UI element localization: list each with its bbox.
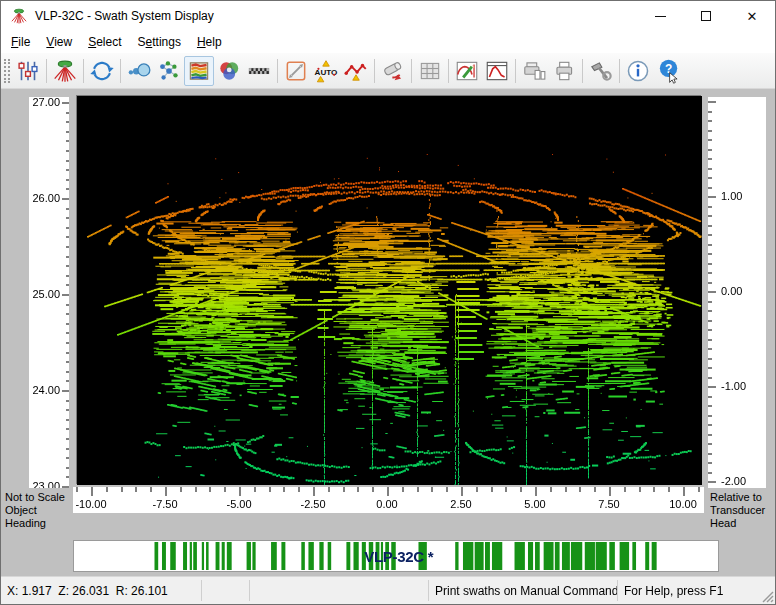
status-panel-1: X: 1.917 Z: 26.031 R: 26.101	[1, 577, 201, 604]
swath-plot-area[interactable]	[76, 95, 701, 484]
toolbar-button-chart-curve-icon[interactable]	[482, 56, 512, 86]
maximize-icon	[701, 11, 711, 21]
status-panel-2	[202, 577, 249, 604]
status-panel-3	[250, 577, 428, 604]
info-icon	[625, 58, 651, 84]
scatter-link-icon	[156, 58, 182, 84]
left-depth-axis	[29, 97, 69, 488]
toolbar-button-print-icon[interactable]	[549, 56, 579, 86]
toolbar-button-info-icon[interactable]	[623, 56, 653, 86]
toolbar-separator	[46, 59, 47, 83]
sensor-name-label: VLP-32C *	[364, 548, 433, 565]
app-spray-icon	[10, 7, 28, 25]
menubar: FileViewSelectSettingsHelp	[1, 31, 775, 53]
display-area: Not to Scale Object Heading Relative to …	[1, 89, 775, 576]
close-button[interactable]: ✕	[729, 1, 775, 31]
menu-settings[interactable]: Settings	[130, 32, 189, 52]
titlebar[interactable]: VLP-32C - Swath System Display ✕	[1, 1, 775, 31]
toolbar-button-expand-range-icon[interactable]	[281, 56, 311, 86]
toolbar: AUTO?	[1, 53, 775, 89]
swath-roll-icon	[380, 58, 406, 84]
menu-select[interactable]: Select	[80, 32, 129, 52]
toolbar-button-scatter-link-icon[interactable]	[154, 56, 184, 86]
grid-icon	[417, 58, 443, 84]
status-panel-4: Print swaths on Manual Command	[429, 577, 617, 604]
toolbar-button-color-wheel-icon[interactable]	[214, 56, 244, 86]
toolbar-grip-handle[interactable]	[4, 59, 10, 83]
tools-icon	[588, 58, 614, 84]
auto-scale-icon: AUTO	[313, 58, 339, 84]
bottom-distance-axis	[73, 487, 704, 513]
statusbar: X: 1.917 Z: 26.031 R: 26.101Print swaths…	[1, 576, 775, 604]
menu-view[interactable]: View	[38, 32, 80, 52]
toolbar-separator	[83, 59, 84, 83]
toolbar-button-checkered-bar-icon[interactable]	[244, 56, 274, 86]
toolbar-separator	[582, 59, 583, 83]
toolbar-button-colormap-icon[interactable]	[184, 56, 214, 86]
window-controls: ✕	[637, 1, 775, 31]
chart-edit-icon	[454, 58, 480, 84]
minimize-icon	[655, 16, 666, 17]
toolbar-button-auto-scale-icon[interactable]: AUTO	[311, 56, 341, 86]
toolbar-button-grid-icon[interactable]	[415, 56, 445, 86]
print-pages-icon	[521, 58, 547, 84]
color-wheel-icon	[216, 58, 242, 84]
refresh-icon	[89, 58, 115, 84]
toolbar-button-dots-chain-icon[interactable]	[124, 56, 154, 86]
window-title: VLP-32C - Swath System Display	[35, 9, 214, 23]
toolbar-button-sliders-icon[interactable]	[13, 56, 43, 86]
toolbar-button-swath-roll-icon[interactable]	[378, 56, 408, 86]
toolbar-separator	[515, 59, 516, 83]
zigzag-profile-icon	[343, 58, 369, 84]
checkered-bar-icon	[246, 58, 272, 84]
chart-curve-icon	[484, 58, 510, 84]
expand-range-icon	[283, 58, 309, 84]
toolbar-separator	[277, 59, 278, 83]
menu-help[interactable]: Help	[189, 32, 230, 52]
transducer-spray-icon	[52, 58, 78, 84]
toolbar-button-help-pointer-icon[interactable]: ?	[653, 56, 683, 86]
status-panel-5: For Help, press F1	[618, 577, 775, 604]
corner-label-left: Not to Scale Object Heading	[5, 491, 72, 533]
toolbar-button-tools-icon[interactable]	[586, 56, 616, 86]
toolbar-button-transducer-spray-icon[interactable]	[50, 56, 80, 86]
swath-activity-strip: VLP-32C *	[73, 540, 719, 572]
sliders-icon	[15, 58, 41, 84]
toolbar-separator	[619, 59, 620, 83]
print-icon	[551, 58, 577, 84]
menu-file[interactable]: File	[3, 32, 38, 52]
minimize-button[interactable]	[637, 1, 683, 31]
toolbar-button-refresh-icon[interactable]	[87, 56, 117, 86]
toolbar-button-zigzag-profile-icon[interactable]	[341, 56, 371, 86]
toolbar-separator	[448, 59, 449, 83]
corner-label-right: Relative to Transducer Head	[710, 491, 774, 537]
toolbar-button-print-pages-icon[interactable]	[519, 56, 549, 86]
dots-chain-icon	[126, 58, 152, 84]
app-window: VLP-32C - Swath System Display ✕ FileVie…	[0, 0, 776, 605]
swath-point-cloud[interactable]	[77, 96, 702, 485]
maximize-button[interactable]	[683, 1, 729, 31]
window-resize-grip[interactable]	[761, 590, 774, 603]
help-pointer-icon: ?	[655, 58, 681, 84]
colormap-icon	[186, 58, 212, 84]
close-icon: ✕	[747, 10, 758, 23]
toolbar-separator	[374, 59, 375, 83]
right-relative-axis	[708, 97, 766, 488]
toolbar-button-chart-edit-icon[interactable]	[452, 56, 482, 86]
toolbar-separator	[120, 59, 121, 83]
toolbar-separator	[411, 59, 412, 83]
